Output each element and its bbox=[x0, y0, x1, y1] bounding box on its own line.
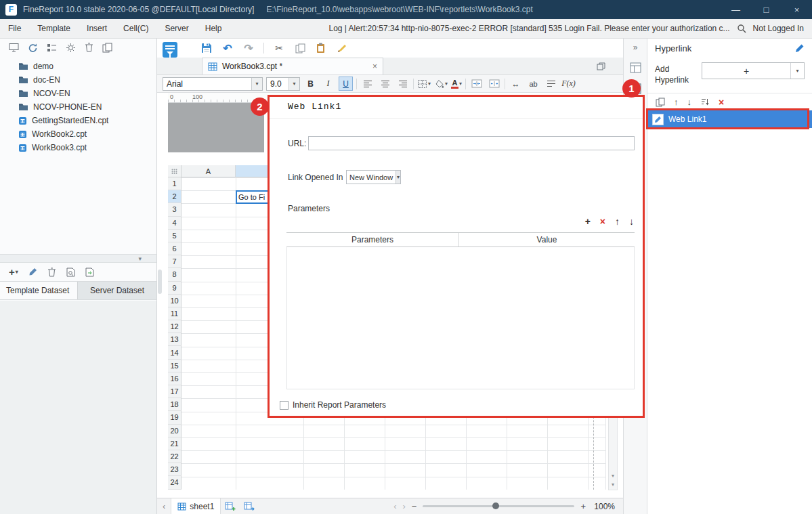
row-header-11[interactable]: 11 bbox=[168, 307, 181, 320]
save-icon[interactable] bbox=[200, 41, 213, 55]
add-dataset-button[interactable]: +▾ bbox=[9, 267, 18, 277]
minimize-button[interactable]: — bbox=[721, 0, 751, 19]
switch-workspace-icon[interactable] bbox=[9, 43, 19, 52]
row-header-13[interactable]: 13 bbox=[168, 333, 181, 346]
menu-item-file[interactable]: File bbox=[0, 19, 29, 38]
delete-icon[interactable] bbox=[85, 43, 93, 52]
borders-button[interactable]: ▾ bbox=[417, 79, 431, 89]
row-header-20[interactable]: 20 bbox=[168, 425, 181, 437]
tree-item-ncov-en[interactable]: NCOV-EN bbox=[0, 87, 156, 100]
close-button[interactable]: × bbox=[782, 0, 812, 19]
tree-item-doc-en[interactable]: doc-EN bbox=[0, 73, 156, 87]
zoom-slider[interactable] bbox=[423, 505, 574, 507]
tree-item-gettingstarteden-cpt[interactable]: GettingStartedEN.cpt bbox=[0, 114, 156, 127]
refresh-icon[interactable] bbox=[28, 43, 38, 53]
underline-button[interactable]: U bbox=[339, 77, 353, 91]
menu-item-template[interactable]: Template bbox=[29, 19, 79, 38]
delete-link-icon[interactable]: × bbox=[719, 97, 724, 108]
font-size-select[interactable]: 9.0 ▾ bbox=[266, 77, 300, 91]
tree-item-workbook2-cpt[interactable]: WorkBook2.cpt bbox=[0, 127, 156, 141]
prev-sheet-icon[interactable]: ‹ bbox=[157, 501, 171, 511]
url-input[interactable] bbox=[308, 136, 635, 150]
delete-dataset-icon[interactable] bbox=[47, 267, 56, 277]
row-header-18[interactable]: 18 bbox=[168, 398, 181, 411]
zoom-out-button[interactable]: − bbox=[412, 501, 417, 511]
align-center-icon[interactable] bbox=[378, 77, 392, 91]
menu-item-help[interactable]: Help bbox=[197, 19, 230, 38]
align-right-icon[interactable] bbox=[396, 77, 410, 91]
tree-item-demo[interactable]: demo bbox=[0, 60, 156, 73]
duplicate-link-icon[interactable] bbox=[656, 98, 665, 107]
tree-item-ncov-phone-en[interactable]: NCOV-PHONE-EN bbox=[0, 100, 156, 114]
edit-link-icon[interactable] bbox=[652, 114, 664, 125]
fill-color-button[interactable]: ▾ bbox=[434, 79, 448, 89]
collapse-panel-icon[interactable]: » bbox=[633, 43, 638, 52]
search-icon[interactable] bbox=[737, 24, 746, 33]
sidebar-splitter[interactable]: ▾ bbox=[0, 254, 156, 263]
move-parameter-up-icon[interactable]: ↑ bbox=[615, 216, 620, 227]
row-header-23[interactable]: 23 bbox=[168, 463, 181, 476]
bold-button[interactable]: B bbox=[303, 77, 318, 91]
add-sheet-icon[interactable] bbox=[221, 502, 240, 511]
close-tab-icon[interactable]: × bbox=[372, 62, 377, 71]
tab-workbook3[interactable]: WorkBook3.cpt * × bbox=[202, 58, 383, 74]
menu-item-cell-c[interactable]: Cell(C) bbox=[115, 19, 156, 38]
sort-links-icon[interactable] bbox=[700, 98, 710, 106]
move-up-icon[interactable]: ↑ bbox=[674, 97, 679, 107]
parameter-table-body[interactable] bbox=[286, 247, 635, 389]
undo-icon[interactable]: ↶ bbox=[221, 41, 234, 55]
row-header-22[interactable]: 22 bbox=[168, 450, 181, 463]
settings-icon[interactable] bbox=[66, 43, 76, 53]
add-parameter-icon[interactable]: + bbox=[585, 216, 591, 227]
edit-dataset-icon[interactable] bbox=[28, 267, 37, 276]
page-next-icon[interactable]: › bbox=[402, 501, 405, 511]
sidebar-splitter-handle[interactable] bbox=[158, 270, 162, 294]
row-header-19[interactable]: 19 bbox=[168, 411, 181, 424]
scroll-bottom-icon[interactable]: ▾ bbox=[612, 481, 614, 488]
scroll-down-icon[interactable]: ▾ bbox=[612, 473, 614, 479]
collapse-tree-icon[interactable]: ▾ bbox=[138, 255, 142, 262]
row-header-16[interactable]: 16 bbox=[168, 372, 181, 385]
inherit-parameters-checkbox[interactable] bbox=[280, 401, 289, 410]
tree-item-workbook3-cpt[interactable]: WorkBook3.cpt bbox=[0, 141, 156, 154]
view-mode-icon[interactable] bbox=[47, 43, 57, 52]
column-width-icon[interactable]: ↔ bbox=[509, 77, 523, 91]
maximize-button[interactable]: □ bbox=[751, 0, 782, 19]
format-painter-icon[interactable] bbox=[336, 41, 348, 55]
copy-template-icon[interactable] bbox=[102, 43, 112, 53]
tab-template-dataset[interactable]: Template Dataset bbox=[0, 282, 77, 299]
row-header-2[interactable]: 2 bbox=[168, 190, 181, 203]
zoom-level[interactable]: 100% bbox=[592, 502, 615, 511]
menu-item-insert[interactable]: Insert bbox=[79, 19, 115, 38]
link-opened-in-select[interactable]: New Window ▾ bbox=[346, 170, 401, 184]
login-status[interactable]: Not Logged In bbox=[753, 24, 804, 33]
text-style-icon[interactable]: ab bbox=[526, 77, 540, 91]
hyperlink-list-item-weblink1[interactable]: Web Link1 bbox=[647, 110, 812, 128]
float-editor-icon[interactable] bbox=[597, 62, 605, 70]
formula-icon[interactable]: F(x) bbox=[561, 77, 576, 91]
row-header-21[interactable]: 21 bbox=[168, 437, 181, 450]
preview-dataset-icon[interactable] bbox=[66, 267, 75, 277]
row-header-3[interactable]: 3 bbox=[168, 203, 181, 216]
import-sheet-icon[interactable] bbox=[240, 502, 259, 511]
merge-cells-icon[interactable] bbox=[469, 77, 484, 91]
redo-icon[interactable]: ↷ bbox=[242, 41, 255, 55]
row-header-10[interactable]: 10 bbox=[168, 295, 181, 307]
wrap-text-icon[interactable] bbox=[544, 77, 558, 91]
tab-server-dataset[interactable]: Server Dataset bbox=[77, 282, 156, 299]
align-left-icon[interactable] bbox=[360, 77, 375, 91]
row-header-17[interactable]: 17 bbox=[168, 385, 181, 398]
move-down-icon[interactable]: ↓ bbox=[687, 97, 692, 107]
delete-parameter-icon[interactable]: × bbox=[600, 216, 605, 227]
edit-hyperlink-icon[interactable] bbox=[795, 43, 805, 53]
row-header-12[interactable]: 12 bbox=[168, 320, 181, 333]
row-header-9[interactable]: 9 bbox=[168, 282, 181, 295]
unmerge-cells-icon[interactable] bbox=[487, 77, 501, 91]
row-header-15[interactable]: 15 bbox=[168, 360, 181, 372]
export-dataset-icon[interactable] bbox=[85, 267, 94, 277]
sheet-tab-sheet1[interactable]: sheet1 bbox=[171, 498, 221, 514]
row-header-8[interactable]: 8 bbox=[168, 268, 181, 281]
row-header-24[interactable]: 24 bbox=[168, 476, 181, 489]
cut-icon[interactable]: ✂ bbox=[273, 41, 285, 55]
paste-icon[interactable] bbox=[315, 41, 327, 55]
